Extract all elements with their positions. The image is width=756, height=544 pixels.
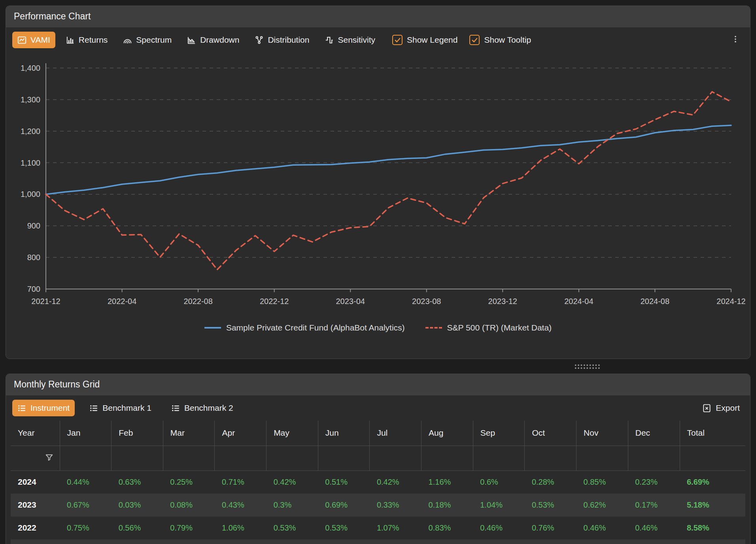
filter-funnel-icon[interactable] [45,453,53,461]
return-value-cell: 0.76% [525,516,576,539]
filter-cell[interactable] [628,446,680,470]
total-value-cell: 5.18% [680,493,745,516]
series-line[interactable] [46,92,731,270]
filter-cell[interactable] [576,446,628,470]
return-value-cell: 0.42% [370,470,421,493]
empty-cell [628,539,680,544]
return-value-cell: 0.46% [628,516,680,539]
tab-spectrum[interactable]: Spectrum [118,32,177,48]
return-value-cell: 0.44% [60,470,112,493]
column-header-sep[interactable]: Sep [473,421,525,446]
performance-line-chart[interactable]: 7008009001,0001,1001,2001,3001,4002021-1… [6,53,750,314]
filter-cell[interactable] [370,446,421,470]
tab-instrument[interactable]: Instrument [12,400,75,416]
tab-vami[interactable]: VAMI [12,32,55,48]
year-cell: 2023 [11,493,60,516]
table-row-2022[interactable]: 20220.75%0.56%0.79%1.06%0.53%0.53%1.07%0… [11,516,745,539]
filter-cell-year[interactable] [11,446,60,470]
return-value-cell: 0.51% [318,470,370,493]
return-value-cell: 0.33% [370,493,421,516]
legend-item-benchmark[interactable]: S&P 500 (TR) (Market Data) [425,323,552,332]
tab-benchmark-1[interactable]: Benchmark 1 [84,400,157,416]
return-value-cell: 0.46% [473,516,525,539]
show-legend-toggle[interactable]: Show Legend [392,35,457,45]
empty-cell [266,539,318,544]
return-value-cell: 0.18% [421,493,473,516]
column-header-year[interactable]: Year [11,421,60,446]
column-header-dec[interactable]: Dec [628,421,680,446]
show-tooltip-toggle[interactable]: Show Tooltip [469,35,531,45]
filter-cell[interactable] [266,446,318,470]
kebab-menu-icon[interactable] [727,32,744,47]
return-value-cell: 0.23% [628,470,680,493]
return-value-cell: 0.83% [421,516,473,539]
column-header-jun[interactable]: Jun [318,421,370,446]
filter-cell[interactable] [680,446,745,470]
filter-cell[interactable] [163,446,215,470]
tab-label: Benchmark 1 [102,403,151,413]
empty-cell [421,539,473,544]
column-header-mar[interactable]: Mar [163,421,215,446]
tab-label: VAMI [30,35,50,45]
export-button[interactable]: Export [698,401,744,415]
year-cell: 2022 [11,516,60,539]
monthly-returns-grid-panel: Monthly Returns Grid Instrument Benchmar… [6,374,750,544]
filter-cell[interactable] [473,446,525,470]
return-value-cell: 1.04% [473,493,525,516]
column-header-oct[interactable]: Oct [525,421,576,446]
column-header-apr[interactable]: Apr [215,421,266,446]
return-value-cell: 0.56% [112,516,163,539]
column-header-feb[interactable]: Feb [112,421,163,446]
tab-sensitivity[interactable]: Sensitivity [319,32,380,48]
return-value-cell: 0.25% [163,470,215,493]
empty-cell [163,539,215,544]
bar-chart-icon [66,36,75,45]
filter-cell[interactable] [215,446,266,470]
column-header-may[interactable]: May [266,421,318,446]
empty-cell [215,539,266,544]
tab-benchmark-2[interactable]: Benchmark 2 [166,400,238,416]
y-axis-tick-label: 1,300 [21,95,40,104]
panel-splitter[interactable] [6,359,750,374]
splitter-grip-icon[interactable] [574,364,601,370]
series-line[interactable] [46,125,731,195]
spectrum-icon [123,36,132,45]
filter-cell[interactable] [60,446,112,470]
tab-label: Instrument [30,403,70,413]
legend-item-fund[interactable]: Sample Private Credit Fund (AlphaBot Ana… [204,323,405,332]
x-axis-tick-label: 2023-08 [412,297,441,306]
x-axis-tick-label: 2023-04 [336,297,365,306]
distribution-icon [255,36,264,45]
filter-cell[interactable] [525,446,576,470]
panel-title: Monthly Returns Grid [14,379,100,390]
column-header-nov[interactable]: Nov [576,421,628,446]
table-row-partial[interactable] [11,539,745,544]
tab-distribution[interactable]: Distribution [249,32,314,48]
filter-cell[interactable] [318,446,370,470]
return-value-cell: 0.63% [112,470,163,493]
return-value-cell: 0.53% [318,516,370,539]
filter-cell[interactable] [112,446,163,470]
return-value-cell: 0.62% [576,493,628,516]
performance-panel-header: Performance Chart [6,6,750,27]
tab-returns[interactable]: Returns [60,32,113,48]
tab-drawdown[interactable]: Drawdown [182,32,244,48]
x-axis-tick-label: 2024-04 [564,297,593,306]
tab-label: Returns [79,35,108,45]
table-row-2023[interactable]: 20230.67%0.03%0.08%0.43%0.3%0.69%0.33%0.… [11,493,745,516]
performance-chart-panel: Performance Chart VAMI Returns Spectrum … [6,6,750,359]
vami-chart-area[interactable]: 7008009001,0001,1001,2001,3001,4002021-1… [6,53,750,314]
empty-cell [112,539,163,544]
return-value-cell: 1.16% [421,470,473,493]
column-header-jul[interactable]: Jul [370,421,421,446]
column-header-jan[interactable]: Jan [60,421,112,446]
checkbox-checked-icon [392,35,403,45]
column-header-aug[interactable]: Aug [421,421,473,446]
filter-cell[interactable] [421,446,473,470]
empty-cell [576,539,628,544]
column-header-total[interactable]: Total [680,421,745,446]
fund-line-sample [204,327,221,329]
table-row-2024[interactable]: 20240.44%0.63%0.25%0.71%0.42%0.51%0.42%1… [11,470,745,493]
x-axis-tick-label: 2024-12 [716,297,745,306]
return-value-cell: 0.53% [266,516,318,539]
